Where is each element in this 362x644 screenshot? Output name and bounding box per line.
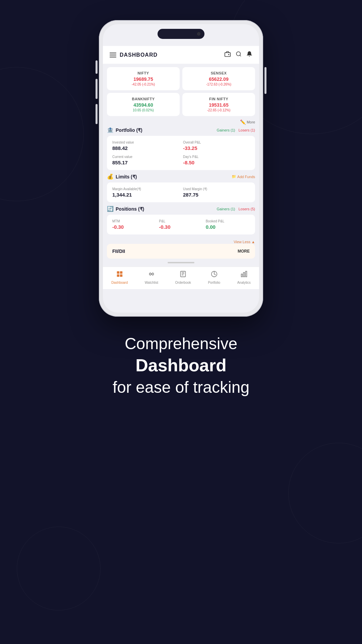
- analytics-nav-label: Analytics: [237, 281, 251, 284]
- used-margin-item: Used Margin (₹) 287.75: [183, 187, 250, 198]
- portfolio-row-2: Current value 855.17 Day's P&L -8.50: [112, 155, 250, 165]
- margin-available-item: Margin Available(₹) 1,344.21: [112, 187, 179, 198]
- limits-card: Margin Available(₹) 1,344.21 Used Margin…: [107, 182, 255, 202]
- portfolio-card: Invested value 888.42 Overall P&L -33.25…: [107, 136, 255, 170]
- screen-content: DASHBOARD: [103, 24, 259, 313]
- mtm-item: MTM -0.30: [112, 219, 156, 230]
- svg-rect-6: [120, 274, 122, 277]
- banknifty-change: 10.65 (0.02%): [112, 108, 175, 112]
- fii-dii-card: FII/DII MORE: [107, 244, 255, 259]
- sensex-price: 65622.09: [187, 76, 250, 82]
- positions-icon: 🔄: [107, 206, 114, 212]
- svg-rect-0: [225, 53, 231, 57]
- positions-gainers[interactable]: Gainers (1): [217, 207, 235, 211]
- scroll-bar: [168, 262, 194, 263]
- wallet-icon[interactable]: [224, 51, 231, 59]
- more-row: ✏️ More: [103, 119, 259, 127]
- positions-card: MTM -0.30 P&L -0.30 Booked P&L 0.00: [107, 215, 255, 234]
- current-value-label: Current value: [112, 155, 179, 159]
- svg-point-2: [236, 52, 240, 56]
- svg-rect-4: [120, 271, 122, 274]
- bg-decoration-2: [0, 67, 84, 201]
- portfolio-title: 🏦 Portfolio (₹): [107, 127, 142, 133]
- sensex-label: SENSEX: [187, 71, 250, 75]
- phone-screen: DASHBOARD: [103, 24, 259, 313]
- used-margin-value: 287.75: [183, 192, 250, 198]
- volume-up-button: [96, 79, 98, 99]
- finnifty-price: 19531.65: [187, 102, 250, 108]
- page-title: DASHBOARD: [120, 52, 158, 58]
- nifty-card[interactable]: NIFTY 19689.75 -42.05 (-0.21%): [107, 67, 180, 90]
- portfolio-nav-icon: [210, 270, 218, 279]
- fii-more-button[interactable]: MORE: [238, 249, 250, 254]
- finnifty-card[interactable]: FIN NIFTY 19531.65 -22.65 (-0.12%): [182, 93, 255, 116]
- svg-point-8: [152, 273, 154, 275]
- sensex-card[interactable]: SENSEX 65622.09 -172.63 (-0.26%): [182, 67, 255, 90]
- mtm-value: -0.30: [112, 224, 156, 230]
- svg-rect-5: [117, 274, 119, 277]
- view-less-button[interactable]: View Less ▲: [234, 240, 255, 244]
- sensex-change: -172.63 (-0.26%): [187, 83, 250, 86]
- marketing-line1: Comprehensive: [113, 333, 249, 354]
- view-less-row: View Less ▲: [103, 238, 259, 244]
- front-camera: [197, 32, 200, 36]
- chevron-up-icon: ▲: [251, 240, 255, 244]
- portfolio-icon: 🏦: [107, 127, 114, 133]
- overall-pl-label: Overall P&L: [183, 141, 250, 144]
- limits-icon: 💰: [107, 173, 114, 180]
- positions-row: MTM -0.30 P&L -0.30 Booked P&L 0.00: [112, 219, 250, 230]
- positions-links: Gainers (1) Losers (5): [217, 207, 255, 211]
- orderbook-icon: [179, 270, 187, 279]
- margin-available-label: Margin Available(₹): [112, 187, 179, 191]
- banknifty-label: BANKNIFTY: [112, 97, 175, 101]
- days-pl-label: Day's P&L: [183, 155, 250, 159]
- banknifty-price: 43594.60: [112, 102, 175, 108]
- power-button: [264, 67, 266, 94]
- positions-losers[interactable]: Losers (5): [238, 207, 255, 211]
- header-icons: [224, 51, 252, 59]
- bg-decoration-4: [17, 527, 101, 610]
- fii-dii-title: FII/DII: [112, 249, 125, 254]
- days-pl-item: Day's P&L -8.50: [183, 155, 250, 165]
- nav-dashboard[interactable]: Dashboard: [111, 270, 128, 284]
- overall-pl-value: -33.25: [183, 145, 250, 151]
- fii-dii-section: FII/DII MORE: [103, 244, 259, 259]
- watchlist-nav-label: Watchlist: [145, 281, 158, 284]
- positions-header: 🔄 Positions (₹) Gainers (1) Losers (5): [107, 206, 255, 212]
- limits-title-text: Limits (₹): [116, 174, 137, 179]
- portfolio-title-text: Portfolio (₹): [116, 127, 142, 133]
- limits-title: 💰 Limits (₹): [107, 173, 137, 180]
- banknifty-card[interactable]: BANKNIFTY 43594.60 10.65 (0.02%): [107, 93, 180, 116]
- pl-item: P&L -0.30: [159, 219, 203, 230]
- limits-row: Margin Available(₹) 1,344.21 Used Margin…: [112, 187, 250, 198]
- more-button[interactable]: ✏️ More: [240, 119, 255, 125]
- svg-point-1: [229, 54, 229, 55]
- invested-value: 888.42: [112, 145, 179, 151]
- svg-rect-11: [241, 274, 242, 277]
- nav-watchlist[interactable]: Watchlist: [145, 270, 158, 284]
- add-funds-button[interactable]: 📁 Add Funds: [232, 174, 255, 179]
- nav-portfolio[interactable]: Portfolio: [208, 270, 220, 284]
- used-margin-label: Used Margin (₹): [183, 187, 250, 191]
- nifty-label: NIFTY: [112, 71, 175, 75]
- scroll-indicator: [103, 259, 259, 267]
- search-icon[interactable]: [236, 51, 242, 59]
- portfolio-losers[interactable]: Losers (1): [238, 128, 255, 132]
- nav-analytics[interactable]: Analytics: [237, 270, 251, 284]
- header-left: DASHBOARD: [110, 52, 158, 58]
- positions-section: 🔄 Positions (₹) Gainers (1) Losers (5) M…: [103, 206, 259, 238]
- portfolio-gainers[interactable]: Gainers (1): [217, 128, 235, 132]
- nav-orderbook[interactable]: Orderbook: [175, 270, 191, 284]
- nifty-change: -42.05 (-0.21%): [112, 83, 175, 86]
- invested-value-label: Invested value: [112, 141, 179, 144]
- folder-icon: 📁: [232, 174, 236, 179]
- margin-available-value: 1,344.21: [112, 192, 179, 198]
- app-header: DASHBOARD: [103, 46, 259, 64]
- svg-rect-13: [245, 271, 247, 277]
- market-cards-section: NIFTY 19689.75 -42.05 (-0.21%) SENSEX 65…: [103, 64, 259, 119]
- bell-icon[interactable]: [246, 51, 252, 59]
- phone-notch: [158, 29, 204, 39]
- marketing-section: Comprehensive Dashboard for ease of trac…: [93, 333, 269, 398]
- watchlist-icon: [148, 270, 155, 279]
- menu-button[interactable]: [110, 53, 116, 57]
